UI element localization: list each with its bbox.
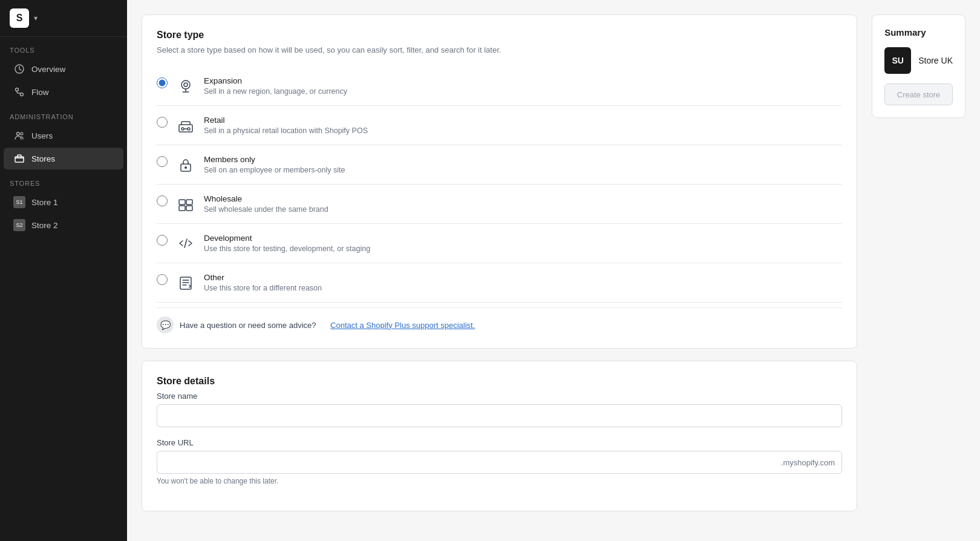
summary-title: Summary xyxy=(884,27,953,38)
sidebar-item-stores-label: Stores xyxy=(31,154,55,163)
store-name-label: Store name xyxy=(157,392,842,401)
sidebar-item-store2[interactable]: S2 Store 2 xyxy=(4,214,123,236)
sidebar-dropdown-icon[interactable]: ▾ xyxy=(34,14,38,22)
create-store-button[interactable]: Create store xyxy=(884,84,953,105)
sidebar-header: S ▾ xyxy=(0,0,127,37)
sidebar-item-flow-label: Flow xyxy=(31,88,49,97)
administration-section-label: ADMINISTRATION xyxy=(0,103,127,124)
sidebar-item-flow[interactable]: Flow xyxy=(4,81,123,103)
svg-rect-16 xyxy=(186,206,192,211)
url-hint: You won't be able to change this later. xyxy=(157,477,842,485)
store2-avatar: S2 xyxy=(13,219,25,231)
store-type-title: Store type xyxy=(157,30,842,41)
svg-point-7 xyxy=(184,83,188,87)
development-icon xyxy=(176,234,195,253)
sidebar-item-overview-label: Overview xyxy=(31,65,65,74)
expansion-label: Expansion xyxy=(204,76,842,85)
radio-retail[interactable] xyxy=(157,117,168,128)
shopify-logo: S xyxy=(10,8,29,28)
retail-desc: Sell in a physical retail location with … xyxy=(204,126,842,135)
expansion-icon xyxy=(176,76,195,96)
svg-point-2 xyxy=(21,93,24,96)
radio-expansion[interactable] xyxy=(157,77,168,88)
retail-content: Retail Sell in a physical retail locatio… xyxy=(204,116,842,135)
right-area: Summary SU Store UK Create store xyxy=(872,0,980,541)
users-icon xyxy=(13,130,25,142)
svg-rect-15 xyxy=(179,206,185,211)
wholesale-desc: Sell wholesale under the same brand xyxy=(204,205,842,214)
chat-icon: 💬 xyxy=(157,316,174,333)
store-name-input[interactable] xyxy=(157,404,842,427)
store-details-title: Store details xyxy=(157,376,842,387)
sidebar-item-users[interactable]: Users xyxy=(4,125,123,146)
svg-point-6 xyxy=(181,80,190,89)
svg-point-10 xyxy=(188,128,190,130)
svg-rect-8 xyxy=(179,125,192,132)
summary-store-name: Store UK xyxy=(918,56,953,65)
store-details-card: Store details Store name Store URL .mysh… xyxy=(142,361,857,511)
sidebar-item-store2-label: Store 2 xyxy=(31,221,58,230)
store-name-group: Store name xyxy=(157,392,842,427)
svg-rect-14 xyxy=(186,200,192,205)
store-url-group: Store URL .myshopify.com You won't be ab… xyxy=(157,438,842,485)
sidebar-item-users-label: Users xyxy=(31,131,53,140)
retail-label: Retail xyxy=(204,116,842,125)
wholesale-icon xyxy=(176,194,195,214)
radio-development[interactable] xyxy=(157,235,168,246)
main-content: Store type Select a store type based on … xyxy=(127,0,872,541)
wholesale-content: Wholesale Sell wholesale under the same … xyxy=(204,194,842,214)
development-content: Development Use this store for testing, … xyxy=(204,234,842,253)
store-type-subtitle: Select a store type based on how it will… xyxy=(157,45,842,54)
development-label: Development xyxy=(204,234,842,243)
support-notice: 💬 Have a question or need some advice? C… xyxy=(157,307,842,333)
overview-icon xyxy=(13,63,25,75)
option-expansion[interactable]: Expansion Sell in a new region, language… xyxy=(157,67,842,106)
svg-rect-13 xyxy=(179,200,185,205)
sidebar-item-overview[interactable]: Overview xyxy=(4,58,123,80)
retail-icon xyxy=(176,116,195,135)
sidebar-item-stores[interactable]: Stores xyxy=(4,148,123,169)
other-desc: Use this store for a different reason xyxy=(204,284,842,292)
members-only-icon xyxy=(176,155,195,174)
wholesale-label: Wholesale xyxy=(204,194,842,203)
flow-icon xyxy=(13,86,25,98)
stores-section-label: STORES xyxy=(0,170,127,191)
svg-point-3 xyxy=(17,133,20,136)
store-type-card: Store type Select a store type based on … xyxy=(142,15,857,349)
tools-section-label: TOOLS xyxy=(0,37,127,57)
sidebar-item-store1[interactable]: S1 Store 1 xyxy=(4,191,123,213)
option-other[interactable]: Other Use this store for a different rea… xyxy=(157,263,842,303)
radio-members-only[interactable] xyxy=(157,156,168,167)
sidebar-item-store1-label: Store 1 xyxy=(31,198,58,207)
option-members-only[interactable]: Members only Sell on an employee or memb… xyxy=(157,145,842,185)
stores-icon xyxy=(13,152,25,165)
option-development[interactable]: Development Use this store for testing, … xyxy=(157,224,842,263)
summary-avatar: SU xyxy=(884,47,911,74)
expansion-desc: Sell in a new region, language, or curre… xyxy=(204,87,842,96)
option-wholesale[interactable]: Wholesale Sell wholesale under the same … xyxy=(157,185,842,224)
svg-point-4 xyxy=(21,133,23,135)
support-text: Have a question or need some advice? xyxy=(180,321,316,330)
other-content: Other Use this store for a different rea… xyxy=(204,273,842,292)
members-only-label: Members only xyxy=(204,155,842,164)
support-link[interactable]: Contact a Shopify Plus support specialis… xyxy=(330,321,475,330)
other-label: Other xyxy=(204,273,842,282)
radio-wholesale[interactable] xyxy=(157,195,168,206)
other-icon xyxy=(176,273,195,292)
members-only-content: Members only Sell on an employee or memb… xyxy=(204,155,842,174)
svg-point-9 xyxy=(181,128,184,130)
summary-card: Summary SU Store UK Create store xyxy=(872,15,965,118)
option-retail[interactable]: Retail Sell in a physical retail locatio… xyxy=(157,106,842,145)
store-url-input[interactable] xyxy=(157,451,842,474)
members-only-desc: Sell on an employee or members-only site xyxy=(204,166,842,174)
svg-point-12 xyxy=(185,166,187,169)
summary-store-row: SU Store UK xyxy=(884,47,953,74)
radio-other[interactable] xyxy=(157,274,168,285)
store-url-input-wrapper: .myshopify.com xyxy=(157,451,842,474)
store-url-label: Store URL xyxy=(157,438,842,447)
expansion-content: Expansion Sell in a new region, language… xyxy=(204,76,842,96)
development-desc: Use this store for testing, development,… xyxy=(204,244,842,253)
store1-avatar: S1 xyxy=(13,196,25,208)
sidebar: S ▾ TOOLS Overview Flow ADMINISTRATION U… xyxy=(0,0,127,541)
